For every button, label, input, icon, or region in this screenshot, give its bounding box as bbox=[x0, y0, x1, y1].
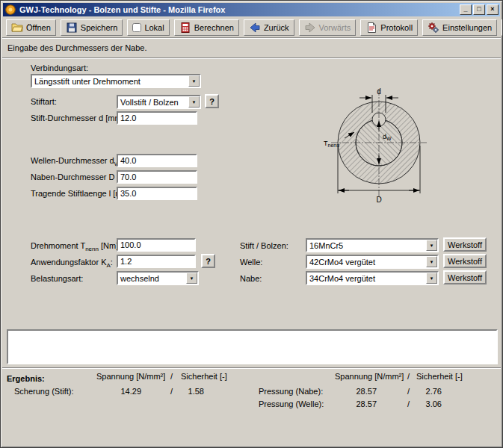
status-strip bbox=[2, 436, 501, 446]
save-button[interactable]: Speichern bbox=[61, 19, 123, 36]
werkstoff-stift-button[interactable]: Werkstoff bbox=[443, 237, 487, 252]
stift-bolzen-value: 16MnCr5 bbox=[307, 241, 426, 250]
status-bar: Eingabe des Durchmessers der Nabe. bbox=[3, 40, 500, 56]
diagram-label-d: d bbox=[377, 87, 381, 96]
welle-select[interactable]: 42CrMo4 vergütet ▼ bbox=[306, 255, 439, 269]
result-row-label: Scherung (Stift): bbox=[14, 387, 73, 396]
belastungsart-label: Belastungsart: bbox=[31, 274, 83, 283]
diagram-label-tnenn: Tnenn bbox=[324, 140, 339, 148]
stift-durchmesser-input[interactable] bbox=[117, 111, 197, 125]
protocol-button[interactable]: Protokoll bbox=[360, 19, 418, 36]
stift-bolzen-select[interactable]: 16MnCr5 ▼ bbox=[306, 238, 439, 252]
anwendungsfaktor-input[interactable] bbox=[117, 255, 196, 268]
stiftart-help-button[interactable]: ? bbox=[205, 94, 219, 108]
settings-button-label: Einstellungen bbox=[442, 23, 492, 32]
naben-durchmesser-input[interactable] bbox=[117, 170, 197, 184]
results-header-slash-right: / bbox=[407, 372, 410, 381]
toolbar: Öffnen Speichern Lokal Berechnen bbox=[3, 18, 500, 37]
result-row-slash: / bbox=[407, 399, 410, 408]
divider bbox=[2, 57, 501, 59]
anwendungsfaktor-help-button[interactable]: ? bbox=[201, 254, 215, 268]
werkstoff-welle-button[interactable]: Werkstoff bbox=[443, 254, 487, 268]
belastungsart-select[interactable]: wechselnd ▼ bbox=[117, 271, 199, 285]
results-header-slash-left: / bbox=[170, 372, 173, 381]
calculate-button-label: Berechnen bbox=[194, 23, 234, 32]
divider bbox=[2, 367, 501, 369]
verbindungsart-value: Längsstift unter Drehmoment bbox=[32, 77, 188, 86]
anwendungsfaktor-label: Anwendungsfaktor KA: bbox=[31, 258, 113, 269]
chevron-down-icon[interactable]: ▼ bbox=[426, 273, 437, 284]
gear-icon bbox=[428, 22, 439, 34]
chevron-down-icon[interactable]: ▼ bbox=[426, 256, 437, 267]
verbindungsart-label: Verbindungsart: bbox=[31, 63, 88, 72]
open-button[interactable]: Öffnen bbox=[6, 19, 56, 36]
result-row-stress: 28.57 bbox=[341, 387, 377, 396]
belastungsart-value: wechselnd bbox=[118, 274, 186, 283]
arrow-right-icon bbox=[304, 22, 316, 34]
nabe-label: Nabe: bbox=[240, 274, 262, 283]
results-header-safety-right: Sicherheit [-] bbox=[416, 372, 463, 381]
stiftart-select[interactable]: Vollstift / Bolzen ▼ bbox=[117, 95, 201, 109]
status-message: Eingabe des Durchmessers der Nabe. bbox=[7, 43, 146, 52]
result-row-slash: / bbox=[407, 387, 410, 396]
chevron-down-icon[interactable]: ▼ bbox=[188, 75, 200, 87]
maximize-button[interactable]: □ bbox=[473, 4, 485, 15]
drehmoment-label: Drehmoment Tnenn [Nm]: bbox=[31, 241, 120, 252]
nabe-value: 34CrMo4 vergütet bbox=[307, 274, 426, 283]
result-row-safety: 1.58 bbox=[179, 387, 204, 396]
chevron-down-icon[interactable]: ▼ bbox=[186, 273, 197, 284]
forward-button-label: Vorwärts bbox=[319, 23, 351, 32]
app-icon[interactable] bbox=[4, 4, 16, 16]
close-button[interactable]: × bbox=[487, 4, 499, 15]
stift-durchmesser-label: Stift-Durchmesser d [mm]: bbox=[31, 113, 126, 122]
open-folder-icon bbox=[11, 22, 23, 34]
local-toggle[interactable]: Lokal bbox=[127, 19, 169, 36]
result-row-stress: 14.29 bbox=[105, 387, 141, 396]
result-row-label: Pressung (Nabe): bbox=[259, 387, 323, 396]
calculate-button[interactable]: Berechnen bbox=[174, 19, 239, 36]
cross-section-diagram: d D dW Tnenn bbox=[313, 86, 444, 207]
nabe-select[interactable]: 34CrMo4 vergütet ▼ bbox=[306, 271, 439, 285]
result-row-slash: / bbox=[170, 387, 173, 396]
open-button-label: Öffnen bbox=[26, 23, 51, 32]
back-button-label: Zurück bbox=[264, 23, 289, 32]
back-button[interactable]: Zurück bbox=[244, 19, 294, 36]
stiftart-label: Stiftart: bbox=[31, 97, 57, 106]
verbindungsart-select[interactable]: Längsstift unter Drehmoment ▼ bbox=[31, 74, 201, 88]
results-header-stress-right: Spannung [N/mm²] bbox=[335, 372, 404, 381]
forward-button: Vorwärts bbox=[299, 19, 357, 36]
calculator-icon bbox=[179, 22, 191, 34]
chevron-down-icon[interactable]: ▼ bbox=[426, 240, 437, 251]
save-icon bbox=[66, 22, 78, 34]
result-row-safety: 2.76 bbox=[413, 387, 442, 396]
welle-label: Welle: bbox=[240, 258, 262, 267]
results-title: Ergebnis: bbox=[7, 374, 45, 383]
result-row-safety: 3.06 bbox=[413, 399, 442, 408]
local-checkbox[interactable] bbox=[132, 23, 141, 32]
stift-bolzen-label: Stift / Bolzen: bbox=[240, 241, 288, 250]
title-bar: GWJ-Technology - Bolzen und Stifte - Moz… bbox=[3, 3, 500, 16]
local-label: Lokal bbox=[144, 23, 164, 32]
drehmoment-input[interactable] bbox=[117, 238, 196, 252]
chevron-down-icon[interactable]: ▼ bbox=[188, 96, 200, 108]
document-icon bbox=[365, 22, 377, 34]
protocol-button-label: Protokoll bbox=[380, 23, 413, 32]
divider bbox=[2, 37, 501, 39]
save-button-label: Speichern bbox=[81, 23, 118, 32]
diagram-panel: d D dW Tnenn bbox=[313, 86, 444, 208]
stiftlaenge-input[interactable] bbox=[117, 187, 197, 200]
minimize-button[interactable]: _ bbox=[460, 4, 472, 15]
arrow-left-icon bbox=[249, 22, 261, 34]
results-header-stress-left: Spannung [N/mm²] bbox=[96, 372, 165, 381]
results-header-safety-left: Sicherheit [-] bbox=[181, 372, 227, 381]
output-area[interactable] bbox=[7, 329, 498, 364]
welle-value: 42CrMo4 vergütet bbox=[307, 258, 426, 267]
window-title: GWJ-Technology - Bolzen und Stifte - Moz… bbox=[19, 5, 458, 14]
stiftart-value: Vollstift / Bolzen bbox=[118, 98, 188, 107]
wellen-durchmesser-input[interactable] bbox=[117, 154, 197, 167]
result-row-label: Pressung (Welle): bbox=[259, 399, 324, 408]
werkstoff-nabe-button[interactable]: Werkstoff bbox=[443, 270, 487, 284]
settings-button[interactable]: Einstellungen bbox=[422, 19, 497, 36]
app-window: GWJ-Technology - Bolzen und Stifte - Moz… bbox=[0, 0, 503, 448]
diagram-label-D: D bbox=[376, 196, 381, 204]
